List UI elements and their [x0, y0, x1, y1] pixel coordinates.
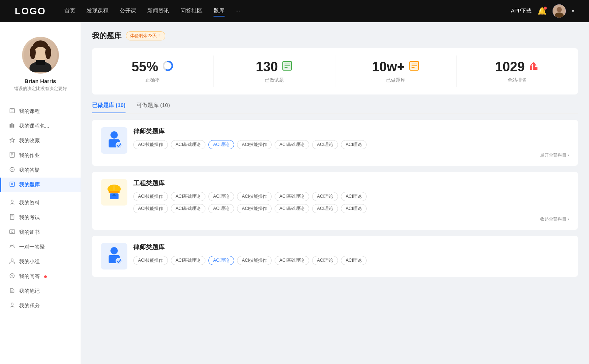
tag-2-9[interactable]: ACI基础理论	[171, 204, 205, 213]
svg-rect-23	[10, 182, 14, 186]
svg-rect-14	[11, 123, 13, 128]
qbank-body-3: 律师类题库 ACI技能操作 ACI基础理论 ACI理论 ACI技能操作 ACI基…	[133, 243, 569, 268]
sidebar-item-materials[interactable]: 我的资料	[0, 196, 81, 210]
qbank-header-2: 工程类题库 ACI技能操作 ACI基础理论 ACI理论 ACI技能操作 ACI基…	[101, 179, 569, 222]
tag-1-2[interactable]: ACI基础理论	[171, 140, 205, 149]
tag-2-6[interactable]: ACI理论	[312, 192, 338, 201]
nav-more[interactable]: ···	[236, 6, 240, 17]
sidebar-item-my-qa[interactable]: ? 我的问答	[0, 269, 81, 284]
done-questions-icon	[282, 60, 293, 74]
svg-point-7	[45, 46, 51, 59]
homework-icon	[9, 152, 15, 159]
sidebar-item-qa[interactable]: ? 我的答疑	[0, 163, 81, 178]
nav-question-bank[interactable]: 题库	[214, 6, 225, 17]
profile-section: Brian Harris 错误的决定比没有决定要好	[0, 29, 81, 98]
stat-accuracy: 55% 正确率	[92, 56, 214, 87]
stats-card: 55% 正确率 130	[92, 48, 578, 94]
sidebar-item-course-package[interactable]: 我的课程包...	[0, 119, 81, 133]
sidebar-item-favorites[interactable]: 我的收藏	[0, 133, 81, 148]
certificate-icon	[9, 229, 15, 236]
qbank-card-1: 律师类题库 ACI技能操作 ACI基础理论 ACI理论 ACI技能操作 ACI基…	[92, 120, 578, 166]
nav-home[interactable]: 首页	[64, 6, 75, 17]
svg-rect-9	[36, 60, 45, 65]
sidebar-item-question-bank[interactable]: 我的题库	[0, 178, 81, 192]
tag-2-7[interactable]: ACI理论	[341, 192, 367, 201]
tag-3-5[interactable]: ACI基础理论	[275, 256, 309, 265]
qbank-icon-lawyer-1	[101, 127, 127, 154]
sidebar-label-course-package: 我的课程包...	[19, 123, 49, 129]
collapse-link-2[interactable]: 收起全部科目 ›	[133, 216, 569, 222]
sidebar-item-notes[interactable]: 我的笔记	[0, 284, 81, 299]
nav-discover[interactable]: 发现课程	[87, 6, 109, 17]
tag-1-7[interactable]: ACI理论	[341, 140, 367, 149]
tag-2-2[interactable]: ACI基础理论	[171, 192, 205, 201]
svg-rect-30	[10, 230, 15, 233]
tag-1-6[interactable]: ACI理论	[312, 140, 338, 149]
tag-2-10[interactable]: ACI理论	[208, 204, 234, 213]
tag-3-1[interactable]: ACI技能操作	[133, 256, 168, 265]
tag-1-4[interactable]: ACI技能操作	[237, 140, 272, 149]
sidebar-label-favorites: 我的收藏	[19, 138, 40, 144]
tag-2-12[interactable]: ACI基础理论	[275, 204, 309, 213]
qbank-body-2: 工程类题库 ACI技能操作 ACI基础理论 ACI理论 ACI技能操作 ACI基…	[133, 179, 569, 222]
divider-2	[0, 194, 81, 194]
svg-rect-10	[10, 108, 14, 113]
sidebar-item-certificate[interactable]: 我的证书	[0, 225, 81, 240]
tag-2-8[interactable]: ACI技能操作	[133, 204, 168, 213]
tag-1-1[interactable]: ACI技能操作	[133, 140, 168, 149]
tab-available-banks[interactable]: 可做题库 (10)	[137, 102, 170, 113]
tag-3-3[interactable]: ACI理论	[208, 256, 234, 265]
tag-2-4[interactable]: ACI技能操作	[237, 192, 272, 201]
tag-2-13[interactable]: ACI理论	[312, 204, 338, 213]
dropdown-arrow-icon[interactable]: ▾	[572, 8, 574, 14]
sidebar-item-my-courses[interactable]: 我的课程	[0, 104, 81, 119]
tag-2-14[interactable]: ACI理论	[341, 204, 367, 213]
sidebar-item-points[interactable]: 我的积分	[0, 299, 81, 313]
tag-3-2[interactable]: ACI基础理论	[171, 256, 205, 265]
ranking-icon	[528, 60, 539, 74]
expand-link-1[interactable]: 展开全部科目 ›	[133, 152, 569, 158]
nav-qa[interactable]: 问答社区	[180, 6, 202, 17]
ranking-value: 1029	[495, 59, 525, 75]
tag-1-5[interactable]: ACI基础理论	[275, 140, 309, 149]
qbank-card-3: 律师类题库 ACI技能操作 ACI基础理论 ACI理论 ACI技能操作 ACI基…	[92, 236, 578, 277]
tag-3-7[interactable]: ACI理论	[341, 256, 367, 265]
tag-2-3[interactable]: ACI理论	[208, 192, 234, 201]
profile-photo	[24, 39, 57, 72]
user-motto: 错误的决定比没有决定要好	[7, 86, 73, 92]
tabs-row: 已做题库 (10) 可做题库 (10)	[92, 102, 578, 114]
my-courses-icon	[9, 108, 15, 115]
accuracy-icon	[162, 60, 174, 74]
accuracy-label: 正确率	[99, 77, 206, 83]
sidebar-item-exam[interactable]: 我的考试	[0, 210, 81, 225]
tab-done-banks[interactable]: 已做题库 (10)	[92, 102, 126, 113]
qbank-tags-1: ACI技能操作 ACI基础理论 ACI理论 ACI技能操作 ACI基础理论 AC…	[133, 140, 569, 149]
tag-3-6[interactable]: ACI理论	[312, 256, 338, 265]
tag-2-5[interactable]: ACI基础理论	[275, 192, 309, 201]
nav-opencourse[interactable]: 公开课	[120, 6, 136, 17]
tag-2-11[interactable]: ACI技能操作	[237, 204, 272, 213]
sidebar-item-group[interactable]: 我的小组	[0, 254, 81, 269]
main-content-area: 我的题库 体验剩余23天！ 55% 正确率	[81, 22, 589, 364]
done-banks-value: 10w+	[372, 59, 405, 75]
page-header: 我的题库 体验剩余23天！	[92, 31, 578, 41]
sidebar-label-certificate: 我的证书	[19, 229, 40, 236]
user-name: Brian Harris	[7, 78, 73, 84]
tag-2-1[interactable]: ACI技能操作	[133, 192, 168, 201]
qbank-body-1: 律师类题库 ACI技能操作 ACI基础理论 ACI理论 ACI技能操作 ACI基…	[133, 127, 569, 158]
qbank-icon-engineer	[101, 179, 127, 206]
nav-news[interactable]: 新闻资讯	[147, 6, 169, 17]
question-bank-icon	[9, 181, 15, 189]
sidebar-label-my-courses: 我的课程	[19, 108, 40, 115]
app-download-button[interactable]: APP下载	[511, 8, 532, 14]
tag-1-3[interactable]: ACI理论	[208, 140, 234, 149]
tag-3-4[interactable]: ACI技能操作	[237, 256, 272, 265]
svg-point-1	[557, 7, 562, 12]
svg-rect-13	[10, 124, 11, 128]
avatar[interactable]	[553, 4, 566, 18]
notification-bell-icon[interactable]: 🔔	[537, 7, 547, 15]
qbank-header-1: 律师类题库 ACI技能操作 ACI基础理论 ACI理论 ACI技能操作 ACI基…	[101, 127, 569, 158]
sidebar-item-homework[interactable]: 我的作业	[0, 148, 81, 163]
sidebar-item-one-on-one[interactable]: 一对一答疑	[0, 240, 81, 254]
group-icon	[9, 258, 15, 265]
